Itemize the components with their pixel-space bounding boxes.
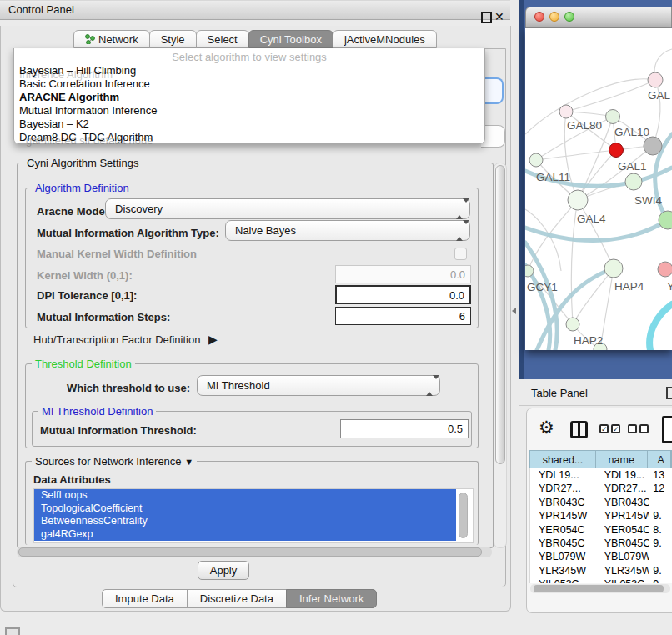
settings-vscrollbar-thumb[interactable] bbox=[495, 165, 505, 464]
hub-definition-toggle[interactable]: Hub/Transcription Factor Definition ▶ bbox=[33, 332, 218, 346]
attribute-item-betweennesscentrality[interactable]: BetweennessCentrality bbox=[34, 515, 456, 528]
table-row[interactable]: YDR27...YDR27...12 bbox=[530, 482, 672, 495]
mac-close-button[interactable] bbox=[534, 12, 544, 22]
mac-minimize-button[interactable] bbox=[549, 12, 559, 22]
network-node[interactable] bbox=[644, 137, 662, 155]
column-header-shared[interactable]: shared... bbox=[530, 451, 596, 468]
control-panel-titlebar[interactable]: Control Panel ✕ bbox=[0, 0, 510, 20]
table-row[interactable]: YPR145WYPR145W9. bbox=[530, 509, 672, 522]
table-row[interactable]: YBL079WYBL079W bbox=[530, 550, 672, 563]
algorithm-option-bayesian-k2[interactable]: Bayesian – K2 bbox=[19, 118, 89, 131]
list-scrollbar-thumb[interactable] bbox=[459, 492, 468, 538]
threshold-definition-title: Threshold Definition bbox=[32, 358, 135, 370]
mi-threshold-label: Mutual Information Threshold: bbox=[40, 424, 197, 437]
node-label-swi4: SWI4 bbox=[634, 194, 662, 207]
table-row[interactable]: YER054CYER054C8. bbox=[530, 523, 672, 537]
algorithm-dropdown-popup: Select algorithm to view settings Bayesi… bbox=[13, 48, 485, 144]
manual-kernel-checkbox[interactable] bbox=[454, 248, 467, 260]
mi-type-label: Mutual Information Algorithm Type: bbox=[37, 227, 219, 239]
tab-cyni-toolbox[interactable]: Cyni Toolbox bbox=[248, 30, 333, 48]
kernel-width-field[interactable]: 0.0 bbox=[335, 265, 471, 283]
close-icon[interactable]: ✕ bbox=[494, 10, 504, 23]
data-attributes-list[interactable]: SelfLoopsTopologicalCoefficientBetweenne… bbox=[33, 488, 474, 543]
network-canvas[interactable]: GALGAL80GAL10GAL1GAL11SWI4GAL4GCY1HAP4YH… bbox=[525, 28, 672, 350]
network-node[interactable] bbox=[568, 190, 588, 210]
algorithm-option-aracne-algorithm[interactable]: ARACNE Algorithm bbox=[19, 91, 119, 104]
attribute-item-topologicalcoefficient[interactable]: TopologicalCoefficient bbox=[34, 502, 456, 516]
node-label-gal80: GAL80 bbox=[567, 119, 602, 132]
manual-kernel-label: Manual Kernel Width Definition bbox=[37, 248, 197, 260]
network-node[interactable] bbox=[559, 105, 573, 118]
tab-impute-data[interactable]: Impute Data bbox=[102, 589, 188, 608]
algorithm-option-basic-correlation-inference[interactable]: Basic Correlation Inference bbox=[19, 78, 150, 91]
unchecked-checkbox-icon[interactable] bbox=[628, 424, 637, 433]
settings-hscrollbar-thumb[interactable] bbox=[18, 548, 482, 557]
attribute-item-selfloops[interactable]: SelfLoops bbox=[34, 489, 456, 502]
tab-select[interactable]: Select bbox=[196, 30, 249, 48]
table-row[interactable]: YIL053CYIL053C9 bbox=[530, 578, 672, 583]
table-hscrollbar-thumb[interactable] bbox=[534, 585, 664, 592]
splitter-collapse-icon[interactable] bbox=[512, 308, 516, 314]
table-cell: YPR145W bbox=[596, 509, 649, 522]
network-node[interactable] bbox=[525, 265, 534, 277]
algorithm-option-mutual-information-inference[interactable]: Mutual Information Inference bbox=[19, 104, 157, 118]
network-node[interactable] bbox=[529, 153, 543, 167]
network-node[interactable] bbox=[606, 110, 620, 124]
table-hscrollbar-track[interactable] bbox=[530, 584, 670, 593]
network-node[interactable] bbox=[658, 262, 672, 277]
aracne-mode-label: Aracne Mode: bbox=[37, 205, 108, 218]
network-node[interactable] bbox=[648, 72, 663, 88]
kernel-width-label: Kernel Width (0,1): bbox=[37, 269, 133, 282]
network-node[interactable] bbox=[625, 173, 642, 190]
tab-jactivemnodules[interactable]: jActiveMNodules bbox=[333, 30, 437, 48]
table-cell: YIL053C bbox=[530, 578, 596, 583]
document-icon[interactable] bbox=[662, 416, 672, 443]
checked-checkbox-icon[interactable]: ✓ bbox=[599, 424, 609, 433]
settings-hscrollbar-track[interactable] bbox=[17, 547, 492, 558]
tab-style[interactable]: Style bbox=[149, 30, 197, 48]
table-row[interactable]: YDL19...YDL19...13 bbox=[530, 468, 672, 482]
float-window-icon[interactable] bbox=[481, 12, 492, 23]
aracne-mode-combo[interactable]: Discovery bbox=[105, 198, 470, 219]
column-header-a[interactable]: A bbox=[648, 451, 671, 468]
tab-discretize-data[interactable]: Discretize Data bbox=[187, 589, 287, 608]
data-attributes-label: Data Attributes bbox=[33, 473, 111, 486]
node-label-gal11: GAL11 bbox=[536, 171, 570, 183]
mac-zoom-button[interactable] bbox=[564, 12, 574, 22]
gear-icon[interactable]: ⚙ bbox=[539, 418, 554, 438]
attribute-item-gal4rgexp[interactable]: gal4RGexp bbox=[34, 528, 456, 542]
mi-threshold-field[interactable]: 0.5 bbox=[340, 419, 469, 438]
mi-type-value: Naive Bayes bbox=[235, 224, 296, 237]
algorithm-option-bayesian-hill-climbing[interactable]: Bayesian – Hill Climbing bbox=[19, 64, 136, 78]
algorithm-definition-title: Algorithm Definition bbox=[32, 182, 133, 194]
unchecked-checkbox-icon[interactable] bbox=[639, 424, 649, 433]
mi-type-combo[interactable]: Naive Bayes bbox=[225, 220, 470, 241]
columns-icon[interactable] bbox=[570, 421, 588, 438]
dropdown-placeholder: Select algorithm to view settings bbox=[14, 51, 484, 63]
stepper-icon bbox=[426, 379, 434, 392]
table-row[interactable]: YBR045CYBR045C9. bbox=[530, 537, 672, 550]
tab-label: Network bbox=[98, 33, 138, 46]
network-window-titlebar[interactable] bbox=[525, 7, 672, 28]
collapse-down-icon[interactable]: ▼ bbox=[184, 457, 193, 467]
table-row[interactable]: YLR345WYLR345W9. bbox=[530, 564, 672, 578]
table-header: shared...nameA bbox=[529, 450, 672, 468]
apply-button[interactable]: Apply bbox=[198, 561, 249, 580]
algorithm-option-dream8-dc-tdc-algorithm[interactable]: Dream8 DC_TDC Algorithm bbox=[19, 131, 153, 144]
network-node[interactable] bbox=[566, 318, 579, 331]
column-header-name[interactable]: name bbox=[596, 451, 648, 468]
checked-checkbox-icon[interactable]: ✓ bbox=[611, 424, 620, 433]
sources-group-title[interactable]: Sources for Network Inference ▼ bbox=[32, 455, 197, 468]
network-node[interactable] bbox=[609, 143, 624, 158]
docked-panel-icon[interactable] bbox=[5, 628, 20, 635]
which-threshold-combo[interactable]: MI Threshold bbox=[197, 375, 440, 396]
expand-right-icon[interactable]: ▶ bbox=[208, 332, 218, 346]
mi-steps-field[interactable]: 6 bbox=[335, 307, 471, 325]
network-node[interactable] bbox=[604, 259, 623, 278]
tab-infer-network[interactable]: Infer Network bbox=[286, 589, 377, 608]
table-row[interactable]: YBR043CYBR043C bbox=[530, 496, 672, 509]
table-panel-float-icon[interactable] bbox=[666, 387, 672, 399]
tab-label: Cyni Toolbox bbox=[260, 33, 322, 46]
tab-network[interactable]: Network bbox=[73, 30, 150, 48]
dpi-tolerance-field[interactable]: 0.0 bbox=[335, 285, 471, 304]
